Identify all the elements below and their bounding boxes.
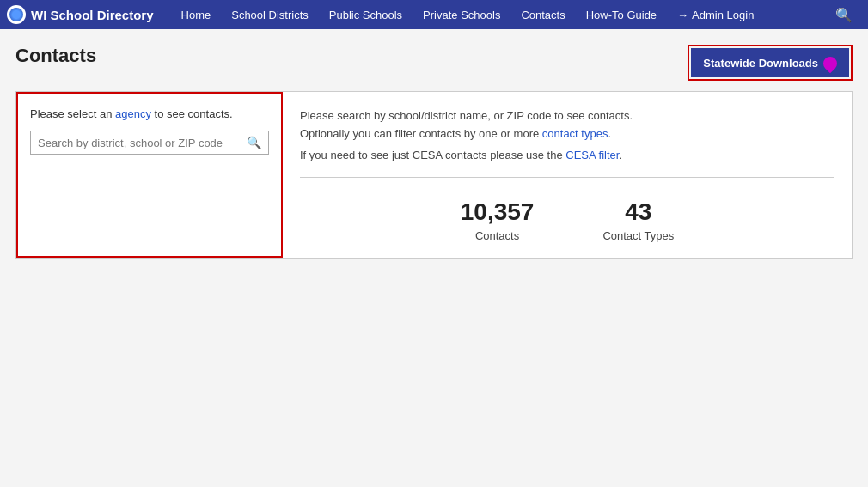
cursor-icon [821,54,840,74]
login-icon: → [677,9,688,21]
statewide-btn-wrapper: Statewide Downloads [688,45,853,81]
nav-school-districts[interactable]: School Districts [221,0,319,29]
brand-icon [7,5,26,24]
contact-types-link[interactable]: contact types [542,127,608,140]
main-layout: Please select an agency to see contacts.… [15,91,853,259]
brand-title: WI School Directory [31,8,154,22]
agency-link[interactable]: agency [115,107,151,120]
nav-public-schools[interactable]: Public Schools [319,0,413,29]
right-panel: Please search by school/district name, o… [283,92,852,258]
cesa-note: If you need to see just CESA contacts pl… [300,149,834,161]
search-box: 🔍 [30,131,269,155]
stat-contacts: 10,357 Contacts [461,198,535,242]
page-header: Contacts Statewide Downloads [15,45,853,81]
stats-row: 10,357 Contacts 43 Contact Types [300,198,834,242]
nav-home[interactable]: Home [171,0,222,29]
nav-how-to-guide[interactable]: How-To Guide [576,0,667,29]
stat-contact-types: 43 Contact Types [602,198,674,242]
search-input[interactable] [38,137,247,149]
page-content: Contacts Statewide Downloads Please sele… [0,29,868,487]
admin-login-label: Admin Login [692,9,754,21]
divider [300,177,834,178]
statewide-downloads-button[interactable]: Statewide Downloads [691,48,849,77]
contacts-count: 10,357 [461,198,535,226]
contacts-label: Contacts [475,229,519,242]
search-submit-button[interactable]: 🔍 [247,136,261,149]
brand-link[interactable]: WI School Directory [7,5,154,24]
contact-types-count: 43 [625,198,651,226]
search-desc-line1: Please search by school/district name, o… [300,107,834,143]
page-title: Contacts [15,45,96,67]
left-panel: Please select an agency to see contacts.… [16,92,283,258]
nav-private-schools[interactable]: Private Schools [413,0,510,29]
brand-globe-icon [9,8,23,21]
cesa-filter-link[interactable]: CESA filter [565,149,619,161]
contact-types-label: Contact Types [602,229,674,242]
navbar: WI School Directory Home School District… [0,0,868,29]
nav-admin-login[interactable]: → Admin Login [667,0,764,29]
nav-contacts[interactable]: Contacts [510,0,575,29]
nav-links: Home School Districts Public Schools Pri… [171,0,827,29]
agency-prompt: Please select an agency to see contacts. [30,107,269,120]
statewide-downloads-label: Statewide Downloads [703,57,818,70]
nav-search-button[interactable]: 🔍 [827,0,861,29]
